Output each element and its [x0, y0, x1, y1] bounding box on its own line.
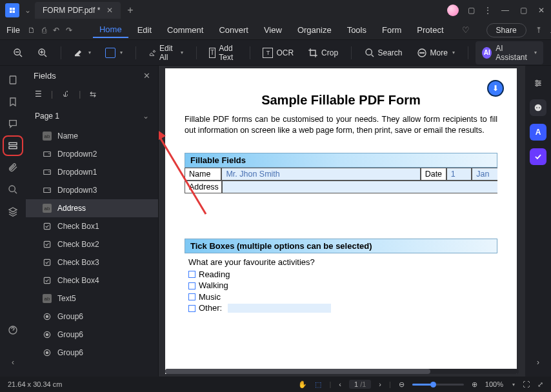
prev-page-icon[interactable]: ‹ [339, 380, 341, 388]
checkbox-icon[interactable] [188, 293, 195, 300]
tick-option[interactable]: Reading [188, 269, 497, 280]
zoom-value[interactable]: 100% [485, 380, 503, 388]
share-button[interactable]: Share [486, 23, 526, 37]
field-item[interactable]: Dropdown1 [26, 163, 158, 181]
layers-icon[interactable] [6, 205, 19, 218]
app-logo[interactable] [5, 3, 19, 17]
checkbox-icon[interactable] [188, 271, 195, 278]
close-window-button[interactable]: ✕ [537, 6, 546, 15]
menu-tools[interactable]: Tools [341, 23, 373, 37]
undo-icon[interactable]: ↶ [53, 26, 59, 35]
maximize-button[interactable]: ▢ [519, 6, 528, 15]
attachments-icon[interactable] [6, 161, 19, 174]
redo-icon[interactable]: ↷ [66, 26, 72, 35]
field-item[interactable]: Dropdown3 [26, 181, 158, 199]
tick-option[interactable]: Walking [188, 280, 497, 291]
add-text-button[interactable]: TAdd Text [204, 41, 242, 64]
feedback-icon[interactable]: ▢ [468, 6, 475, 15]
horizontal-scrollbar[interactable] [165, 369, 519, 374]
zoom-out-button[interactable] [8, 45, 28, 61]
document-tab[interactable]: FORM PDF.pdf * ✕ [35, 2, 121, 19]
field-item[interactable]: Dropdown2 [26, 145, 158, 163]
field-name[interactable]: Mr. Jhon Smith [221, 168, 420, 181]
cloud-upload-icon[interactable]: ⤒ [536, 26, 542, 35]
select-tool-icon[interactable]: ⬚ [315, 380, 321, 389]
tick-question: What are your favourite activities? [188, 257, 497, 267]
bookmarks-icon[interactable] [6, 95, 19, 108]
print-icon[interactable]: ⎙ [42, 26, 46, 35]
close-tab-icon[interactable]: ✕ [106, 6, 113, 15]
menu-protect[interactable]: Protect [410, 23, 450, 37]
sort-icon[interactable]: ⫝̸ [62, 90, 70, 99]
zoom-out-icon[interactable]: ⊖ [399, 380, 405, 389]
highlight-tool[interactable]: ▾ [68, 45, 96, 61]
field-month[interactable]: Jan [472, 168, 497, 181]
collapse-left-icon[interactable]: ‹ [6, 356, 19, 369]
menu-edit[interactable]: Edit [131, 23, 158, 37]
page-toggle[interactable]: Page 1 ⌄ [26, 105, 158, 127]
download-badge-icon[interactable]: ⬇ [487, 80, 504, 97]
ai-check-icon[interactable] [530, 148, 546, 165]
fields-panel-icon[interactable] [6, 139, 19, 152]
field-item[interactable]: abName [26, 127, 158, 145]
tips-icon[interactable]: ♡ [462, 25, 470, 35]
tick-option[interactable]: Other: [188, 302, 497, 314]
properties-icon[interactable] [530, 75, 546, 92]
checkbox-field-icon [43, 258, 52, 267]
zoom-slider[interactable] [412, 384, 464, 386]
menu-convert[interactable]: Convert [212, 23, 255, 37]
zoom-in-icon[interactable]: ⊕ [472, 380, 477, 389]
field-item[interactable]: Group6 [26, 344, 158, 362]
tree-icon[interactable]: ⇆ [90, 90, 96, 99]
user-avatar[interactable] [447, 5, 459, 16]
menu-file[interactable]: File [6, 25, 20, 35]
page-current[interactable]: 1 [354, 380, 358, 388]
next-page-icon[interactable]: › [379, 380, 381, 388]
minimize-button[interactable]: — [501, 6, 510, 15]
ai-tool-icon[interactable]: A [530, 124, 546, 141]
fullscreen-icon[interactable]: ⤢ [537, 380, 543, 389]
tab-indicator-icon: ⌄ [25, 6, 31, 15]
close-panel-icon[interactable]: ✕ [143, 71, 150, 81]
field-address[interactable] [222, 181, 497, 193]
more-button[interactable]: More▾ [412, 45, 460, 61]
search-panel-icon[interactable] [6, 183, 19, 196]
menu-view[interactable]: View [257, 23, 288, 37]
chat-icon[interactable] [530, 99, 546, 116]
field-item[interactable]: abAddress [26, 199, 158, 217]
ocr-button[interactable]: TOCR [257, 45, 299, 61]
checkbox-icon[interactable] [188, 305, 195, 312]
comments-icon[interactable] [6, 117, 19, 130]
field-item[interactable]: Check Box3 [26, 253, 158, 271]
field-item[interactable]: Group6 [26, 308, 158, 326]
menu-form[interactable]: Form [376, 23, 408, 37]
field-day[interactable]: 1 [446, 168, 472, 181]
field-item[interactable]: abText5 [26, 289, 158, 308]
other-input[interactable] [228, 304, 331, 313]
hand-tool-icon[interactable]: ✋ [298, 380, 307, 389]
collapse-right-icon[interactable]: › [532, 356, 545, 369]
fit-width-icon[interactable]: ⛶ [523, 380, 530, 388]
help-icon[interactable] [6, 324, 19, 337]
zoom-in-button[interactable] [32, 45, 53, 61]
shape-tool[interactable]: ▾ [100, 45, 128, 61]
crop-button[interactable]: Crop [303, 45, 343, 61]
checkbox-icon[interactable] [188, 282, 195, 289]
field-item[interactable]: Group6 [26, 326, 158, 344]
menu-organize[interactable]: Organize [291, 23, 338, 37]
field-item[interactable]: Check Box2 [26, 235, 158, 253]
field-item[interactable]: Check Box4 [26, 271, 158, 289]
list-view-icon[interactable]: ☰ [35, 90, 42, 99]
menu-comment[interactable]: Comment [161, 23, 210, 37]
menu-home[interactable]: Home [93, 22, 128, 38]
search-button[interactable]: Search [359, 45, 408, 61]
kebab-menu-icon[interactable]: ⋮ [484, 6, 492, 15]
thumbnails-icon[interactable] [6, 74, 19, 86]
save-icon[interactable]: 🗋 [28, 26, 35, 35]
add-tab-button[interactable]: + [127, 5, 133, 16]
edit-all-button[interactable]: Edit All▾ [144, 41, 188, 64]
tick-option[interactable]: Music [188, 291, 497, 303]
field-item[interactable]: Check Box1 [26, 217, 158, 235]
svg-line-6 [45, 54, 46, 56]
ai-assistant-button[interactable]: AI AI Assistant▾ [476, 41, 543, 64]
